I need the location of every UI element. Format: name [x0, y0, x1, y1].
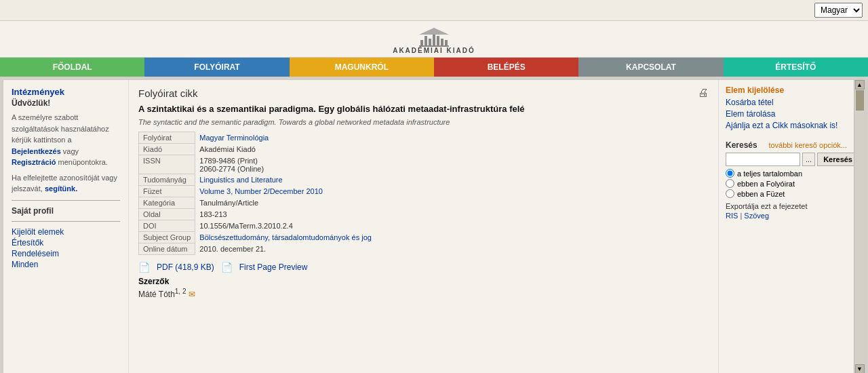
radio-full-input[interactable] — [726, 169, 734, 178]
meta-table: FolyóiratMagyar TerminológiaKiadóAkadémi… — [138, 132, 376, 255]
meta-value: 2010. december 21. — [195, 243, 376, 255]
fp-icon: 📄 — [221, 262, 233, 273]
export-links: RIS | Szöveg — [726, 212, 847, 220]
content-area: Folyóirat cikk 🖨 A szintaktikai és a sze… — [129, 80, 854, 373]
action-kosarba[interactable]: Kosárba tétel — [726, 98, 847, 107]
sidebar-minden[interactable]: Minden — [12, 260, 120, 269]
nav-belepes[interactable]: BELÉPÉS — [434, 58, 578, 77]
export-row: Exportálja ezt a fejezetet RIS | Szöveg — [726, 202, 847, 220]
search-more-link[interactable]: további kereső opciók... — [768, 141, 847, 149]
meta-value-link[interactable]: Magyar Terminológia — [199, 134, 269, 142]
search-dots-button[interactable]: ... — [802, 153, 815, 166]
pdf-row: 📄 PDF (418,9 KB) 📄 First Page Preview — [138, 262, 709, 273]
article-subtitle: The syntactic and the semantic paradigm.… — [138, 118, 709, 126]
meta-label: ISSN — [139, 155, 195, 174]
pdf-icon: 📄 — [138, 262, 150, 273]
meta-value: 1789-9486 (Print) 2060-2774 (Online) — [195, 155, 376, 174]
nav-kapcsolat[interactable]: KAPCSOLAT — [578, 58, 723, 77]
content-header: Folyóirat cikk 🖨 — [138, 87, 709, 99]
fp-link[interactable]: First Page Preview — [239, 262, 308, 272]
right-panel: Elem kijelölése Kosárba tétel Elem tárol… — [718, 80, 854, 373]
nav-folyoirat[interactable]: FOLYÓIRAT — [144, 58, 289, 77]
nav-fooldal[interactable]: FŐOLDAL — [0, 58, 144, 77]
svg-rect-2 — [429, 39, 431, 45]
radio-full-label: a teljes tartalomban — [737, 170, 802, 178]
action-ajanlom[interactable]: Ajánlja ezt a Cikk másoknak is! — [726, 121, 847, 130]
sidebar-help-link[interactable]: segítünk. — [45, 184, 77, 193]
svg-rect-6 — [445, 40, 448, 45]
meta-label: Kategória — [139, 197, 195, 209]
svg-rect-0 — [420, 40, 423, 45]
email-icon: ✉ — [189, 290, 195, 299]
search-button[interactable]: Keresés — [817, 153, 859, 166]
meta-value: Tanulmány/Article — [195, 197, 376, 209]
logo-text: AKADÉMIAI KIADÓ — [393, 47, 475, 54]
author-name: Máté Tóth1, 2 ✉ — [138, 288, 709, 299]
article-content: Folyóirat cikk 🖨 A szintaktikai és a sze… — [129, 80, 718, 373]
sidebar-divider2 — [12, 221, 120, 222]
export-ris[interactable]: RIS — [726, 212, 738, 220]
meta-value: Linguistics and Literature — [195, 174, 376, 186]
sidebar-body: A személyre szabott szolgáltatások haszn… — [12, 112, 120, 168]
sidebar-divider — [12, 200, 120, 201]
print-icon[interactable]: 🖨 — [698, 87, 709, 99]
top-bar: Magyar English — [0, 0, 868, 21]
export-szoveg[interactable]: Szöveg — [744, 212, 769, 220]
radio-fuzet: ebben a Füzet — [726, 189, 847, 198]
search-section: Keresés további kereső opciók... ... Ker… — [726, 140, 847, 220]
meta-label: Tudományág — [139, 174, 195, 186]
article-title: A szintaktikai és a szemantikai paradigm… — [138, 103, 709, 115]
sidebar-kijelolt[interactable]: Kijelölt elemek — [12, 227, 120, 237]
scroll-track — [855, 90, 865, 364]
meta-label: DOI — [139, 220, 195, 232]
action-tarolasa[interactable]: Elem tárolása — [726, 109, 847, 119]
search-input[interactable] — [726, 153, 800, 166]
sidebar-subtitle: Üdvözlük! — [12, 98, 120, 108]
meta-value: 10.1556/MaTerm.3.2010.2.4 — [195, 220, 376, 232]
sidebar-register-link[interactable]: Regisztráció — [12, 158, 56, 166]
page-title: Folyóirat cikk — [138, 87, 198, 99]
meta-value-link[interactable]: Linguistics and Literature — [199, 176, 282, 184]
sidebar: Intézmények Üdvözlük! A személyre szabot… — [3, 80, 129, 373]
nav-magunkrol[interactable]: MAGUNKRÓL — [290, 58, 434, 77]
scrollbar: ▲ ▼ — [854, 80, 865, 373]
meta-value: Bölcsészettudomány, társadalomtudományok… — [195, 232, 376, 243]
svg-rect-4 — [437, 36, 439, 45]
radio-folyoirat-label: ebben a Folyóirat — [737, 180, 795, 188]
sidebar-login-link[interactable]: Bejelentkezés — [12, 147, 61, 155]
sidebar-title: Intézmények — [12, 87, 120, 97]
nav-ertesito[interactable]: ÉRTESÍTŐ — [724, 58, 868, 77]
meta-value-link[interactable]: Volume 3, Number 2/December 2010 — [199, 187, 323, 195]
scroll-thumb[interactable] — [856, 90, 864, 111]
logo-area: AKADÉMIAI KIADÓ — [393, 26, 475, 54]
meta-label: Kiadó — [139, 144, 195, 155]
meta-label: Füzet — [139, 186, 195, 197]
radio-folyoirat-input[interactable] — [726, 179, 734, 188]
meta-value: 183-213 — [195, 209, 376, 220]
sidebar-rendeleseim[interactable]: Rendeléseim — [12, 249, 120, 258]
pdf-link[interactable]: PDF (418,9 KB) — [157, 262, 214, 272]
language-select[interactable]: Magyar English — [814, 3, 863, 18]
radio-fuzet-input[interactable] — [726, 189, 734, 198]
meta-label: Subject Group — [139, 232, 195, 243]
meta-value: Volume 3, Number 2/December 2010 — [195, 186, 376, 197]
main-wrapper: Intézmények Üdvözlük! A személyre szabot… — [3, 79, 865, 373]
sidebar-profile-title: Saját profil — [12, 206, 120, 216]
meta-label: Online dátum — [139, 243, 195, 255]
scroll-down-button[interactable]: ▼ — [855, 364, 865, 373]
radio-fuzet-label: ebben a Füzet — [737, 190, 785, 198]
scroll-up-button[interactable]: ▲ — [855, 80, 865, 90]
svg-rect-3 — [433, 33, 435, 45]
authors-title: Szerzők — [138, 277, 709, 286]
meta-value-link[interactable]: Bölcsészettudomány, társadalomtudományok… — [199, 233, 372, 241]
search-input-row: ... Keresés — [726, 153, 847, 166]
svg-rect-5 — [441, 39, 443, 45]
meta-value: Akadémiai Kiadó — [195, 144, 376, 155]
action-title[interactable]: Elem kijelölése — [726, 85, 847, 95]
search-label: Keresés — [726, 140, 757, 150]
sidebar-ertesitok[interactable]: Értesítők — [12, 238, 120, 248]
header: AKADÉMIAI KIADÓ — [0, 21, 868, 58]
radio-full: a teljes tartalomban — [726, 169, 847, 178]
sidebar-forgot: Ha elfelejtette azonosítóját vagy jelsza… — [12, 172, 120, 195]
meta-value: Magyar Terminológia — [195, 132, 376, 144]
